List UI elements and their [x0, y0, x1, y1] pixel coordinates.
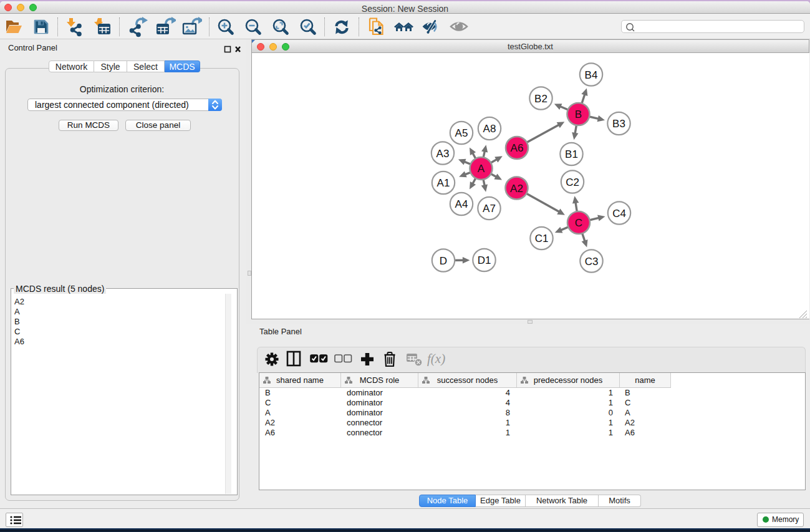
- svg-text:C4: C4: [612, 208, 626, 220]
- svg-text:A6: A6: [511, 142, 524, 154]
- svg-text:D1: D1: [478, 254, 491, 266]
- svg-text:A1: A1: [437, 177, 450, 189]
- svg-text:B2: B2: [534, 93, 547, 105]
- svg-text:D: D: [440, 255, 447, 267]
- svg-text:A8: A8: [483, 123, 496, 135]
- svg-text:A: A: [478, 163, 485, 175]
- svg-text:B3: B3: [612, 118, 625, 130]
- svg-text:B4: B4: [585, 69, 598, 81]
- svg-text:A3: A3: [436, 148, 450, 160]
- svg-text:C: C: [575, 217, 582, 229]
- svg-text:C2: C2: [566, 177, 579, 188]
- svg-text:B1: B1: [565, 148, 578, 160]
- svg-text:A4: A4: [455, 198, 468, 210]
- svg-text:C3: C3: [585, 256, 599, 268]
- svg-text:A7: A7: [483, 203, 496, 215]
- svg-text:C1: C1: [535, 233, 549, 244]
- svg-text:A2: A2: [510, 183, 523, 195]
- svg-text:A5: A5: [455, 127, 468, 139]
- svg-text:B: B: [575, 109, 582, 120]
